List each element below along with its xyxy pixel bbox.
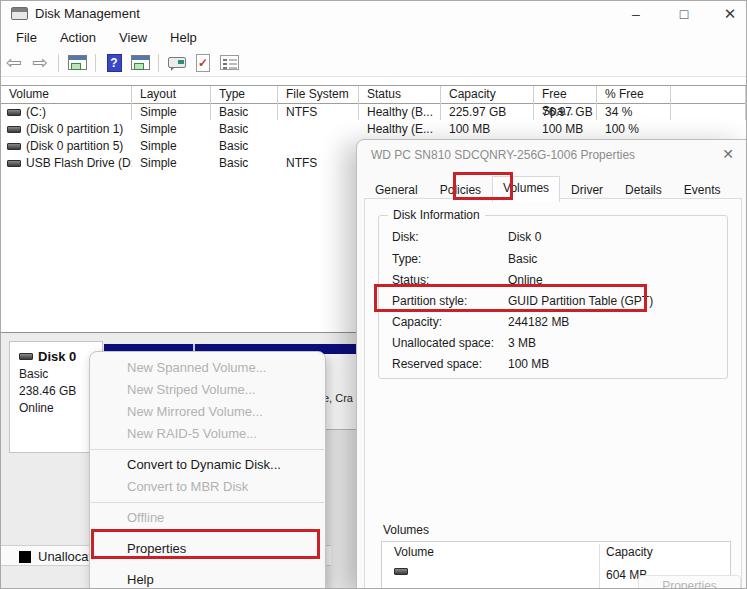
menu-file[interactable]: File xyxy=(6,27,47,49)
menu-view[interactable]: View xyxy=(109,27,157,49)
unallocated-swatch-icon xyxy=(19,551,31,563)
cell-type: Basic xyxy=(211,155,278,172)
back-arrow-icon: ⇦ xyxy=(6,53,22,72)
cell-layout: Simple xyxy=(132,138,211,155)
maximize-button[interactable]: □ xyxy=(667,3,701,25)
table-row[interactable]: (C:) Simple Basic NTFS Healthy (B... 225… xyxy=(1,104,746,121)
menu-item-convert-mbr-disk: Convert to MBR Disk xyxy=(90,476,325,498)
dialog-close-icon[interactable]: ✕ xyxy=(722,146,734,162)
drive-icon xyxy=(19,353,33,360)
forward-arrow-icon: ⇨ xyxy=(32,53,48,72)
cell-file-system xyxy=(278,121,359,138)
console-tree-button[interactable] xyxy=(64,51,90,75)
close-button[interactable]: ✕ xyxy=(713,3,747,25)
annotation-properties-menu-highlight xyxy=(91,529,320,559)
cell-volume: (Disk 0 partition 1) xyxy=(26,121,123,138)
cell-free-space: 100 MB xyxy=(534,121,597,138)
groupbox-label: Disk Information xyxy=(388,208,485,222)
volume-table-header: Volume Layout Type File System Status Ca… xyxy=(1,85,746,104)
cell-volume: (C:) xyxy=(26,104,46,121)
table-row[interactable]: (Disk 0 partition 1) Simple Basic Health… xyxy=(1,121,746,138)
field-label-reserved-space: Reserved space: xyxy=(392,357,482,371)
listbox-col-capacity[interactable]: Capacity xyxy=(606,545,653,559)
cell-pct-free: 100 % xyxy=(597,121,671,138)
menu-help[interactable]: Help xyxy=(160,27,207,49)
disk-name: Disk 0 xyxy=(38,349,76,364)
cell-layout: Simple xyxy=(132,104,211,121)
check-disk-button[interactable]: ✓ xyxy=(190,51,216,75)
annotation-volumes-tab-highlight xyxy=(453,172,513,200)
properties-list-icon xyxy=(220,55,239,70)
field-label-disk: Disk: xyxy=(392,230,419,244)
help-button[interactable]: ? xyxy=(101,51,127,75)
cell-free-space: 76.97 GB xyxy=(534,104,597,121)
drive-icon xyxy=(7,109,21,116)
cell-volume: USB Flash Drive (D:) xyxy=(26,155,132,172)
partition-status-fragment: e, Cra xyxy=(323,392,353,404)
app-icon xyxy=(11,7,28,20)
forward-button[interactable]: ⇨ xyxy=(27,51,53,75)
cell-file-system xyxy=(278,138,359,155)
speech-bubble-icon xyxy=(168,57,186,68)
listbox-col-volume[interactable]: Volume xyxy=(394,545,434,559)
cell-type: Basic xyxy=(211,121,278,138)
field-value-disk: Disk 0 xyxy=(508,230,541,244)
field-value-unallocated-space: 3 MB xyxy=(508,336,536,350)
menu-item-new-spanned-volume: New Spanned Volume... xyxy=(90,357,325,379)
menu-action[interactable]: Action xyxy=(50,27,106,49)
toolbar-separator xyxy=(158,54,159,72)
toolbar-separator xyxy=(58,54,59,72)
dialog-title: WD PC SN810 SDCQNRY-256G-1006 Properties xyxy=(371,148,635,162)
action-pane-button[interactable] xyxy=(127,51,153,75)
volumes-tab-page: Disk Information Disk: Disk 0 Type: Basi… xyxy=(364,198,742,589)
properties-toolbar-button[interactable] xyxy=(216,51,242,75)
field-value-capacity: 244182 MB xyxy=(508,315,569,329)
properties-button-disabled: Properties xyxy=(638,575,741,589)
cell-capacity: 100 MB xyxy=(441,121,534,138)
title-bar: Disk Management – □ ✕ xyxy=(1,1,746,27)
cell-layout: Simple xyxy=(132,121,211,138)
volumes-section-label: Volumes xyxy=(383,523,429,537)
action-pane-icon xyxy=(131,55,150,70)
cell-pct-free: 34 % xyxy=(597,104,671,121)
toolbar: ⇦ ⇨ ? ✓ xyxy=(1,49,746,77)
console-tree-icon xyxy=(68,55,87,70)
back-button[interactable]: ⇦ xyxy=(1,51,27,75)
field-value-type: Basic xyxy=(508,252,537,266)
drive-icon xyxy=(7,126,21,133)
cell-layout: Simple xyxy=(132,155,211,172)
listbox-header: Volume Capacity xyxy=(382,545,730,563)
minimize-button[interactable]: – xyxy=(619,3,653,25)
partition-block[interactable]: e, Cra xyxy=(321,354,358,430)
menu-item-new-striped-volume: New Striped Volume... xyxy=(90,379,325,401)
menu-item-convert-dynamic-disk[interactable]: Convert to Dynamic Disk... xyxy=(90,454,325,476)
menu-item-new-raid5-volume: New RAID-5 Volume... xyxy=(90,423,325,445)
window-title: Disk Management xyxy=(35,6,140,21)
drive-icon xyxy=(7,143,21,150)
menu-item-offline: Offline xyxy=(90,507,325,529)
action-menu-button[interactable] xyxy=(164,51,190,75)
field-label-capacity: Capacity: xyxy=(392,315,442,329)
field-value-reserved-space: 100 MB xyxy=(508,357,549,371)
toolbar-separator xyxy=(95,54,96,72)
cell-file-system: NTFS xyxy=(278,155,359,172)
cell-file-system: NTFS xyxy=(278,104,359,121)
drive-icon xyxy=(394,568,408,575)
cell-capacity: 225.97 GB xyxy=(441,104,534,121)
menu-separator xyxy=(91,502,324,503)
menu-item-new-mirrored-volume: New Mirrored Volume... xyxy=(90,401,325,423)
cell-status: Healthy (E... xyxy=(359,121,441,138)
check-document-icon: ✓ xyxy=(196,54,210,72)
menu-separator xyxy=(91,449,324,450)
cell-type: Basic xyxy=(211,104,278,121)
cell-type: Basic xyxy=(211,138,278,155)
menu-bar: File Action View Help xyxy=(1,27,746,49)
drive-icon xyxy=(7,160,21,167)
menu-item-help[interactable]: Help xyxy=(90,569,325,589)
field-label-unallocated-space: Unallocated space: xyxy=(392,336,494,350)
disk-management-window: Disk Management – □ ✕ File Action View H… xyxy=(0,0,747,589)
annotation-partition-style-highlight xyxy=(374,284,647,312)
field-label-type: Type: xyxy=(392,252,421,266)
cell-volume: (Disk 0 partition 5) xyxy=(26,138,123,155)
properties-dialog: WD PC SN810 SDCQNRY-256G-1006 Properties… xyxy=(356,139,747,589)
